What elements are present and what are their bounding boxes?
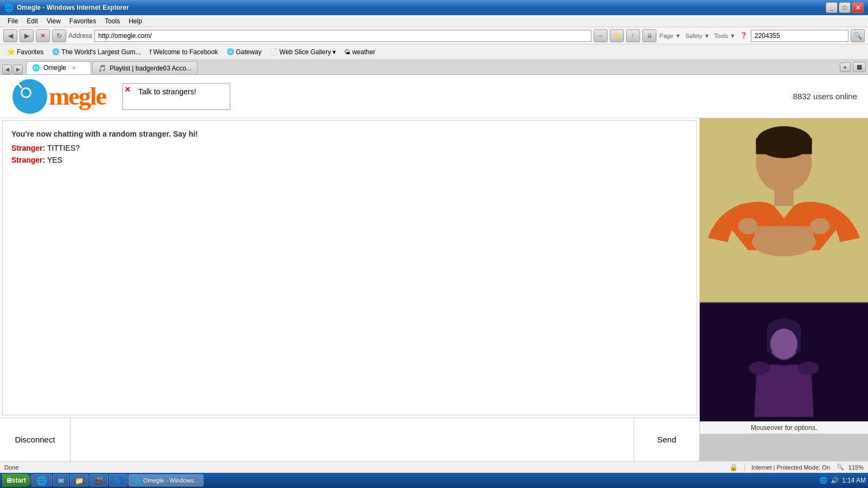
omegle-logo: megle [11, 78, 106, 115]
title-bar: 🌐 Omegle - Windows Internet Explorer _ □… [0, 0, 868, 15]
taskbar-omegle-window[interactable]: 🌐 Omegle - Windows... [129, 474, 203, 486]
favorites-item-gum[interactable]: 🌐 The World's Largest Gum... [50, 47, 143, 57]
svg-point-19 [749, 362, 770, 375]
tools-dropdown[interactable]: Tools ▼ [713, 31, 737, 40]
tab-omegle-label: Omegle [43, 64, 66, 72]
talk-bubble: ✕ Talk to strangers! [122, 83, 231, 110]
bubble-close-icon[interactable]: ✕ [124, 85, 131, 94]
taskbar-icon-ie[interactable]: 🌐 [31, 474, 52, 486]
menu-file[interactable]: File [4, 16, 21, 26]
svg-point-11 [738, 218, 757, 234]
status-icon: 🔒 [729, 463, 738, 471]
favorites-item-webslice[interactable]: 📄 Web Slice Gallery ▾ [268, 47, 338, 57]
tab-omegle-close[interactable]: ✕ [72, 65, 76, 71]
favorites-folder[interactable]: ⭐ Favorites [4, 47, 46, 57]
taskbar-icon-other[interactable]: 🔵 [109, 474, 127, 486]
fav-gateway-label: Gateway [236, 48, 261, 56]
omegle-header: megle ✕ Talk to strangers! 8832 users on… [0, 75, 868, 118]
disconnect-button[interactable]: Disconnect [0, 418, 71, 461]
fav-weather-label: weather [352, 48, 375, 56]
tab-omegle-icon: 🌐 [32, 64, 40, 72]
tab-omegle[interactable]: 🌐 Omegle ✕ [26, 61, 91, 74]
search-input[interactable] [751, 30, 848, 42]
favorites-item-gateway[interactable]: 🌐 Gateway [225, 47, 264, 57]
favorites-item-facebook[interactable]: f Welcome to Facebook [147, 47, 220, 57]
tab-scroll-right[interactable]: ▶ [13, 65, 23, 74]
chat-area: You're now chatting with a random strang… [0, 118, 868, 461]
omegle-logo-svg [11, 78, 49, 115]
tab-bar-right: + ▦ [840, 62, 866, 74]
tab-scroll-left[interactable]: ◀ [2, 65, 12, 74]
users-online: 8832 users online [793, 92, 857, 101]
talk-bubble-text: Talk to strangers! [138, 87, 196, 96]
safety-dropdown[interactable]: Safety ▼ [684, 31, 711, 40]
tab-playlist-label: Playlist | badgerde63 Acco... [110, 65, 192, 72]
menu-edit[interactable]: Edit [23, 16, 41, 26]
taskbar: ⊞ start 🌐 ✉ 📁 🎬 🔵 🌐 Omegle - Windows... … [0, 473, 868, 488]
menu-view[interactable]: View [43, 16, 64, 26]
logo-text: megle [49, 82, 106, 111]
tab-playlist[interactable]: 🎵 Playlist | badgerde63 Acco... [92, 61, 197, 74]
start-icon: ⊞ [7, 477, 12, 484]
menu-tools[interactable]: Tools [101, 16, 123, 26]
address-bar: ◀ ▶ ✕ ↻ Address → ⭐ ↑ 🖨 Page ▼ Safety ▼ … [0, 27, 868, 44]
go-button[interactable]: → [593, 29, 608, 42]
browser-content: megle ✕ Talk to strangers! 8832 users on… [0, 75, 868, 461]
close-button[interactable]: ✕ [852, 2, 864, 13]
favorites-item-weather[interactable]: 🌤 weather [342, 47, 378, 57]
bookmark-button[interactable]: ⭐ [610, 29, 624, 42]
fav-facebook-icon: f [149, 48, 151, 56]
menu-help[interactable]: Help [125, 16, 145, 26]
url-input[interactable] [94, 30, 591, 42]
refresh-alt-button[interactable]: ↑ [626, 29, 640, 42]
forward-button[interactable]: ▶ [20, 29, 34, 42]
svg-point-12 [810, 218, 829, 234]
svg-point-10 [752, 228, 816, 256]
menu-favorites[interactable]: Favorites [66, 16, 99, 26]
send-button[interactable]: Send [634, 418, 699, 461]
stop-button[interactable]: ✕ [36, 29, 50, 42]
minimize-button[interactable]: _ [826, 2, 838, 13]
menu-bar: File Edit View Favorites Tools Help [0, 15, 868, 27]
fav-facebook-label: Welcome to Facebook [153, 48, 218, 56]
refresh-button[interactable]: ↻ [52, 29, 66, 42]
chat-intro: You're now chatting with a random strang… [11, 130, 688, 138]
svg-point-18 [770, 329, 797, 359]
video-top [700, 118, 868, 302]
taskbar-icon-media[interactable]: 🎬 [90, 474, 108, 486]
svg-point-20 [797, 362, 819, 375]
title-bar-controls: _ □ ✕ [826, 2, 864, 13]
quick-tabs-button[interactable]: ▦ [853, 62, 866, 72]
video-panel: Mouseover for options. [700, 118, 868, 461]
tab-playlist-icon: 🎵 [98, 65, 106, 72]
chat-label-1: Stranger: [11, 156, 45, 164]
webslice-dropdown-icon: ▾ [333, 48, 336, 56]
taskbar-icon-folder[interactable]: 📁 [70, 474, 88, 486]
taskbar-icon-mail[interactable]: ✉ [53, 474, 69, 486]
status-right: 🔍 115% [837, 464, 864, 471]
start-button[interactable]: ⊞ start [2, 474, 30, 487]
chat-text-1: YES [47, 156, 62, 164]
maximize-button[interactable]: □ [839, 2, 851, 13]
svg-rect-7 [756, 138, 812, 154]
fav-gum-icon: 🌐 [52, 48, 60, 55]
fav-gum-label: The World's Largest Gum... [61, 48, 141, 56]
search-button[interactable]: 🔍 [851, 29, 865, 42]
zoom-level: 115% [848, 464, 864, 471]
chat-messages: You're now chatting with a random strang… [2, 120, 697, 415]
video-top-person-svg [700, 118, 868, 302]
status-text: Done [4, 464, 723, 471]
help-icon[interactable]: ❓ [739, 31, 749, 40]
page-dropdown[interactable]: Page ▼ [659, 31, 682, 40]
new-tab-button[interactable]: + [840, 62, 851, 72]
video-bottom-person-svg [700, 303, 868, 417]
mouseover-text: Mouseover for options. [700, 421, 868, 434]
back-button[interactable]: ◀ [3, 29, 17, 42]
taskbar-ie-icon: 🌐 [133, 477, 141, 484]
status-bar: Done 🔒 Internet | Protected Mode: On 🔍 1… [0, 461, 868, 473]
zoom-icon: 🔍 [837, 464, 844, 471]
print-button[interactable]: 🖨 [642, 29, 656, 42]
fav-gateway-icon: 🌐 [227, 48, 234, 55]
message-input[interactable] [71, 418, 634, 461]
start-label: start [12, 477, 26, 484]
